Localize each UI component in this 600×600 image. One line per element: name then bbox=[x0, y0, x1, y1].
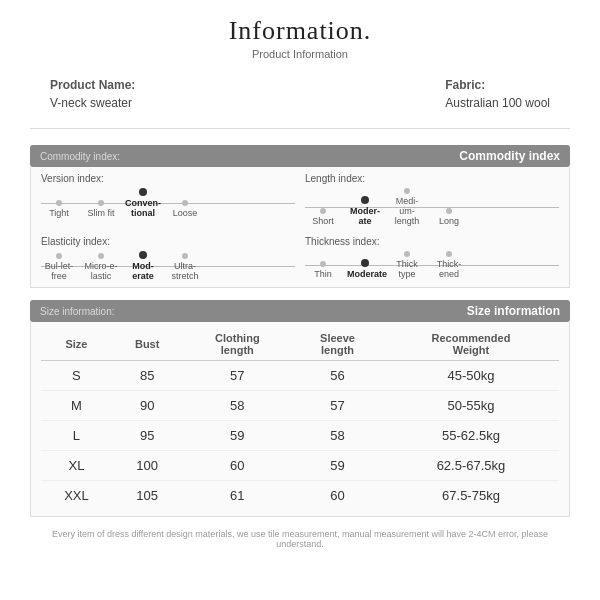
length-opt-label-3: Long bbox=[431, 216, 467, 226]
size-table-row: M90585750-55kg bbox=[41, 391, 559, 421]
product-info: Product Name: V-neck sweater Fabric: Aus… bbox=[30, 72, 570, 116]
length-opt-label-1: Moder-ate bbox=[347, 206, 383, 226]
thickness-option-1: Moderate bbox=[347, 259, 383, 279]
version-opt-label-0: Tight bbox=[41, 208, 77, 218]
size-cell-4-3: 60 bbox=[292, 481, 383, 511]
version-opt-label-2: Conven-tional bbox=[125, 198, 161, 218]
commodity-header: Commodity index: Commodity index bbox=[30, 145, 570, 167]
size-cell-2-3: 58 bbox=[292, 421, 383, 451]
thickness-option-2: Thick type bbox=[389, 251, 425, 279]
footer-note: Every item of dress different design mat… bbox=[30, 529, 570, 549]
version-options: Tight Slim fit Conven-tional Loose bbox=[41, 188, 295, 218]
size-table-row: XXL105616067.5-75kg bbox=[41, 481, 559, 511]
commodity-body: Version index: Tight Slim fit Conven- bbox=[30, 167, 570, 288]
size-header: Size information: Size information bbox=[30, 300, 570, 322]
size-table: Size Bust Clothinglength Sleevelength Re… bbox=[41, 328, 559, 510]
elasticity-label: Elasticity index: bbox=[41, 236, 295, 247]
length-option-2: Medi-um-length bbox=[389, 188, 425, 226]
thickness-label: Thickness index: bbox=[305, 236, 559, 247]
size-cell-2-4: 55-62.5kg bbox=[383, 421, 559, 451]
thickness-group: Thickness index: Thin Moderate Thick bbox=[305, 236, 559, 281]
product-name-col: Product Name: V-neck sweater bbox=[50, 78, 135, 110]
elasticity-dot-3 bbox=[182, 253, 188, 259]
elasticity-opt-label-1: Micro-e-lastic bbox=[83, 261, 119, 281]
thickness-dot-2 bbox=[404, 251, 410, 257]
thickness-opt-label-3: Thick-ened bbox=[431, 259, 467, 279]
size-cell-3-2: 60 bbox=[182, 451, 292, 481]
version-dot-0 bbox=[56, 200, 62, 206]
page: Information. Product Information Product… bbox=[0, 0, 600, 600]
thickness-option-0: Thin bbox=[305, 261, 341, 279]
size-cell-1-3: 57 bbox=[292, 391, 383, 421]
size-cell-4-1: 105 bbox=[112, 481, 183, 511]
length-dot-0 bbox=[320, 208, 326, 214]
title-section: Information. Product Information bbox=[30, 16, 570, 60]
size-table-row: L95595855-62.5kg bbox=[41, 421, 559, 451]
col-clothing-length: Clothinglength bbox=[182, 328, 292, 361]
size-cell-3-1: 100 bbox=[112, 451, 183, 481]
elasticity-option-3: Ultra-stretch bbox=[167, 253, 203, 281]
size-cell-0-0: S bbox=[41, 361, 112, 391]
product-name-value: V-neck sweater bbox=[50, 96, 135, 110]
elasticity-dot-1 bbox=[98, 253, 104, 259]
length-opt-label-0: Short bbox=[305, 216, 341, 226]
size-header-left: Size information: bbox=[40, 306, 114, 317]
size-cell-0-3: 56 bbox=[292, 361, 383, 391]
version-group: Version index: Tight Slim fit Conven- bbox=[41, 173, 295, 226]
elasticity-option-1: Micro-e-lastic bbox=[83, 253, 119, 281]
thickness-opt-label-0: Thin bbox=[305, 269, 341, 279]
length-option-1: Moder-ate bbox=[347, 196, 383, 226]
size-cell-3-3: 59 bbox=[292, 451, 383, 481]
elasticity-group: Elasticity index: Bul-let-free Micro-e-l… bbox=[41, 236, 295, 281]
version-opt-label-3: Loose bbox=[167, 208, 203, 218]
length-label: Length index: bbox=[305, 173, 559, 184]
version-label: Version index: bbox=[41, 173, 295, 184]
elasticity-opt-label-0: Bul-let-free bbox=[41, 261, 77, 281]
size-cell-2-0: L bbox=[41, 421, 112, 451]
fabric-value: Australian 100 wool bbox=[445, 96, 550, 110]
size-table-row: XL100605962.5-67.5kg bbox=[41, 451, 559, 481]
length-options: Short Moder-ate Medi-um-length Long bbox=[305, 188, 559, 226]
col-sleeve-length: Sleevelength bbox=[292, 328, 383, 361]
size-table-row: S85575645-50kg bbox=[41, 361, 559, 391]
version-dot-2 bbox=[139, 188, 147, 196]
elasticity-options: Bul-let-free Micro-e-lastic Mod-erate bbox=[41, 251, 295, 281]
size-cell-1-1: 90 bbox=[112, 391, 183, 421]
size-cell-1-2: 58 bbox=[182, 391, 292, 421]
col-bust: Bust bbox=[112, 328, 183, 361]
elasticity-option-2: Mod-erate bbox=[125, 251, 161, 281]
length-dot-3 bbox=[446, 208, 452, 214]
elasticity-dot-0 bbox=[56, 253, 62, 259]
length-option-3: Long bbox=[431, 208, 467, 226]
size-cell-1-4: 50-55kg bbox=[383, 391, 559, 421]
thickness-dot-1 bbox=[361, 259, 369, 267]
version-option-2: Conven-tional bbox=[125, 188, 161, 218]
col-recommended-weight: RecommendedWeight bbox=[383, 328, 559, 361]
thickness-opt-label-1: Moderate bbox=[347, 269, 383, 279]
thickness-dot-3 bbox=[446, 251, 452, 257]
length-option-0: Short bbox=[305, 208, 341, 226]
size-header-right: Size information bbox=[467, 304, 560, 318]
size-cell-4-0: XXL bbox=[41, 481, 112, 511]
elasticity-opt-label-3: Ultra-stretch bbox=[167, 261, 203, 281]
thickness-option-3: Thick-ened bbox=[431, 251, 467, 279]
commodity-section: Commodity index: Commodity index Version… bbox=[30, 145, 570, 288]
size-cell-2-1: 95 bbox=[112, 421, 183, 451]
size-table-header-row: Size Bust Clothinglength Sleevelength Re… bbox=[41, 328, 559, 361]
commodity-header-left: Commodity index: bbox=[40, 151, 120, 162]
size-cell-3-4: 62.5-67.5kg bbox=[383, 451, 559, 481]
length-opt-label-2: Medi-um-length bbox=[389, 196, 425, 226]
thickness-opt-label-2: Thick type bbox=[389, 259, 425, 279]
size-cell-4-2: 61 bbox=[182, 481, 292, 511]
product-name-label: Product Name: bbox=[50, 78, 135, 92]
version-dot-3 bbox=[182, 200, 188, 206]
elasticity-dot-2 bbox=[139, 251, 147, 259]
size-cell-1-0: M bbox=[41, 391, 112, 421]
length-dot-2 bbox=[404, 188, 410, 194]
index-row-2: Elasticity index: Bul-let-free Micro-e-l… bbox=[41, 236, 559, 281]
size-cell-4-4: 67.5-75kg bbox=[383, 481, 559, 511]
size-cell-3-0: XL bbox=[41, 451, 112, 481]
version-option-3: Loose bbox=[167, 200, 203, 218]
subtitle: Product Information bbox=[30, 48, 570, 60]
index-row-1: Version index: Tight Slim fit Conven- bbox=[41, 173, 559, 226]
